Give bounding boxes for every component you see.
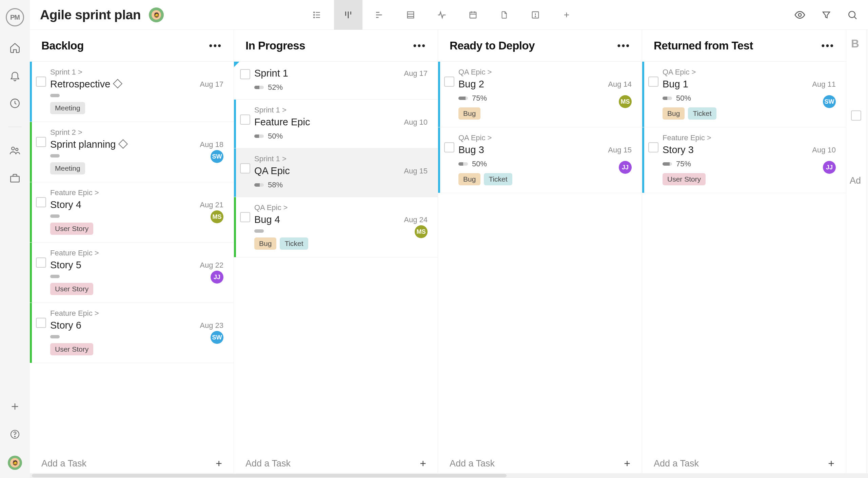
card-breadcrumb[interactable]: QA Epic >: [458, 133, 632, 142]
card-checkbox[interactable]: [240, 212, 250, 222]
card-checkbox[interactable]: [240, 69, 250, 79]
plus-icon[interactable]: [8, 400, 21, 413]
card-checkbox[interactable]: [240, 115, 250, 125]
card-title[interactable]: Retrospective: [50, 79, 110, 90]
card-title[interactable]: Story 5: [50, 259, 81, 271]
card-checkbox[interactable]: [36, 197, 46, 207]
assignee-avatar[interactable]: SW: [211, 150, 223, 163]
tag[interactable]: User Story: [50, 283, 93, 295]
task-card[interactable]: Feature Epic > Story 4 Aug 21 User Story…: [30, 182, 234, 243]
card-checkbox[interactable]: [851, 110, 861, 121]
app-logo[interactable]: PM: [6, 8, 24, 26]
task-card[interactable]: QA Epic > Bug 1 Aug 11 50% BugTicketSW: [642, 62, 846, 127]
view-list-icon[interactable]: [303, 0, 331, 30]
task-card[interactable]: Sprint 1 Aug 17 52%: [234, 62, 438, 100]
card-breadcrumb[interactable]: QA Epic >: [663, 68, 836, 77]
clock-icon[interactable]: [8, 97, 21, 110]
card-title[interactable]: Bug 2: [458, 79, 484, 90]
card-checkbox[interactable]: [444, 77, 454, 87]
view-gantt-icon[interactable]: [365, 0, 394, 30]
tag[interactable]: Bug: [458, 107, 480, 120]
card-title[interactable]: Bug 1: [663, 79, 688, 90]
card-title[interactable]: QA Epic: [254, 165, 290, 176]
task-card[interactable]: Feature Epic > Story 5 Aug 22 User Story…: [30, 243, 234, 303]
column-menu-icon[interactable]: •••: [617, 40, 630, 51]
task-card[interactable]: Sprint 2 > Sprint planning Aug 18 Meetin…: [30, 122, 234, 182]
peek-add-task[interactable]: Ad: [850, 175, 861, 186]
project-title[interactable]: Agile sprint plan: [40, 7, 141, 22]
view-alert-icon[interactable]: [521, 0, 550, 30]
help-icon[interactable]: [8, 428, 21, 441]
user-avatar[interactable]: 🧔: [8, 456, 22, 470]
assignee-avatar[interactable]: MS: [415, 225, 428, 238]
tag[interactable]: Ticket: [688, 107, 716, 120]
project-owner-avatar[interactable]: 🧔: [149, 7, 164, 22]
assignee-avatar[interactable]: JJ: [619, 161, 632, 174]
horizontal-scrollbar[interactable]: [30, 473, 868, 478]
column-title[interactable]: Backlog: [41, 39, 84, 52]
card-title[interactable]: Story 6: [50, 320, 81, 331]
card-checkbox[interactable]: [444, 142, 454, 152]
column-menu-icon[interactable]: •••: [413, 40, 426, 51]
tag[interactable]: Bug: [663, 107, 685, 120]
assignee-avatar[interactable]: JJ: [211, 271, 223, 284]
card-breadcrumb[interactable]: QA Epic >: [458, 68, 632, 77]
tag[interactable]: Ticket: [484, 173, 512, 185]
tag[interactable]: Bug: [254, 237, 276, 250]
card-checkbox[interactable]: [36, 77, 46, 87]
card-title[interactable]: Story 3: [663, 144, 694, 155]
task-card[interactable]: QA Epic > Bug 2 Aug 14 75% BugMS: [438, 62, 642, 127]
card-title[interactable]: Sprint planning: [50, 139, 116, 150]
tag[interactable]: User Story: [663, 173, 706, 185]
view-board-icon[interactable]: [334, 0, 362, 30]
column-menu-icon[interactable]: •••: [822, 40, 834, 51]
task-card[interactable]: Sprint 1 > QA Epic Aug 15 58%: [234, 148, 438, 197]
home-icon[interactable]: [8, 41, 21, 54]
filter-icon[interactable]: [821, 10, 831, 20]
tag[interactable]: Bug: [458, 173, 480, 185]
bell-icon[interactable]: [8, 69, 21, 82]
briefcase-icon[interactable]: [8, 172, 21, 185]
task-card[interactable]: Sprint 1 > Retrospective Aug 17 Meeting: [30, 62, 234, 122]
card-breadcrumb[interactable]: QA Epic >: [254, 203, 428, 212]
card-breadcrumb[interactable]: Sprint 2 >: [50, 128, 223, 137]
tag[interactable]: User Story: [50, 343, 93, 355]
card-title[interactable]: Story 4: [50, 199, 81, 210]
card-breadcrumb[interactable]: Feature Epic >: [663, 133, 836, 142]
view-add-icon[interactable]: [552, 0, 581, 30]
view-activity-icon[interactable]: [428, 0, 456, 30]
task-card[interactable]: QA Epic > Bug 4 Aug 24 BugTicketMS: [234, 197, 438, 257]
peek-column[interactable]: B Ad: [846, 30, 867, 478]
column-title[interactable]: Ready to Deploy: [450, 39, 535, 52]
assignee-avatar[interactable]: SW: [823, 95, 836, 108]
view-calendar-icon[interactable]: [459, 0, 487, 30]
task-card[interactable]: Sprint 1 > Feature Epic Aug 10 50%: [234, 100, 438, 148]
column-title[interactable]: In Progress: [245, 39, 305, 52]
tag[interactable]: User Story: [50, 223, 93, 235]
card-breadcrumb[interactable]: Sprint 1 >: [254, 154, 428, 163]
card-title[interactable]: Bug 4: [254, 214, 280, 225]
scrollbar-thumb[interactable]: [32, 474, 507, 477]
card-breadcrumb[interactable]: Feature Epic >: [50, 249, 223, 257]
tag[interactable]: Ticket: [280, 237, 308, 250]
card-breadcrumb[interactable]: Feature Epic >: [50, 188, 223, 197]
tag[interactable]: Meeting: [50, 162, 85, 174]
card-breadcrumb[interactable]: Feature Epic >: [50, 309, 223, 318]
view-file-icon[interactable]: [490, 0, 518, 30]
card-checkbox[interactable]: [240, 163, 250, 173]
visibility-icon[interactable]: [794, 9, 806, 21]
card-breadcrumb[interactable]: Sprint 1 >: [50, 68, 223, 77]
card-checkbox[interactable]: [648, 77, 658, 87]
card-checkbox[interactable]: [648, 142, 658, 152]
task-card[interactable]: Feature Epic > Story 3 Aug 10 75% User S…: [642, 127, 846, 193]
tag[interactable]: Meeting: [50, 102, 85, 114]
card-checkbox[interactable]: [36, 257, 46, 268]
assignee-avatar[interactable]: JJ: [823, 161, 836, 174]
card-title[interactable]: Bug 3: [458, 144, 484, 155]
card-breadcrumb[interactable]: Sprint 1 >: [254, 106, 428, 115]
column-title[interactable]: Returned from Test: [654, 39, 753, 52]
column-menu-icon[interactable]: •••: [209, 40, 222, 51]
view-sheet-icon[interactable]: [396, 0, 425, 30]
task-card[interactable]: QA Epic > Bug 3 Aug 15 50% BugTicketJJ: [438, 127, 642, 193]
card-title[interactable]: Feature Epic: [254, 117, 310, 128]
